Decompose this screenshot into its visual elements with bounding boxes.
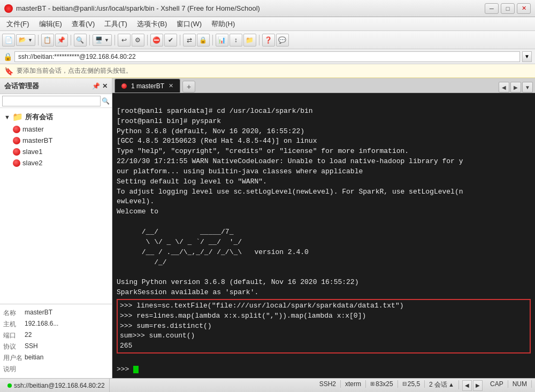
info-row-name: 名称 masterBT [3, 308, 109, 319]
sidebar-header-icons: 📌 ✕ [92, 82, 108, 90]
info-label-port: 端口 [3, 331, 25, 340]
toolbar-sep6 [180, 35, 180, 45]
toolbar-btn7[interactable]: 📊 [216, 34, 228, 47]
tab-navigation: ◀ ▶ ▼ [499, 82, 533, 93]
info-value-user: beitian [25, 353, 43, 363]
window-title: masterBT - beitian@panli:/usr/local/spar… [16, 4, 485, 12]
tab-label: 1 masterBT [131, 82, 164, 90]
tree-root-item[interactable]: ▼ 📁 所有会话 [0, 110, 112, 124]
server-dot-masterbt [13, 137, 20, 144]
info-label-desc: 说明 [3, 365, 25, 374]
menu-tabs[interactable]: 选项卡(B) [133, 18, 171, 30]
tab-next-button[interactable]: ▶ [510, 82, 521, 93]
status-next-arrow[interactable]: ▶ [473, 380, 483, 391]
toolbar-btn5[interactable]: ⇄ [183, 34, 196, 47]
info-row-port: 端口 22 [3, 330, 109, 341]
status-sessions-text: 2 会话 [429, 380, 447, 389]
tab-close-icon[interactable]: ✕ [169, 82, 173, 89]
status-terminal: xterm [341, 380, 366, 388]
address-input[interactable] [14, 51, 520, 62]
toolbar-search[interactable]: 🔍 [74, 34, 87, 47]
server-dot-slave1 [13, 148, 20, 156]
toolbar-copy[interactable]: 📋 [41, 34, 54, 47]
info-value-port: 22 [25, 331, 32, 340]
window-controls: ─ □ ✕ [485, 3, 531, 14]
terminal-area: 1 masterBT ✕ + ◀ ▶ ▼ [root@panli sparkda… [112, 78, 535, 378]
session-item-master[interactable]: master [0, 124, 112, 135]
session-item-masterbt[interactable]: masterBT [0, 135, 112, 146]
menu-file[interactable]: 文件(F) [2, 18, 34, 30]
root-label: 所有会话 [25, 112, 53, 122]
menu-tools[interactable]: 工具(T) [100, 18, 132, 30]
highlighted-block: >>> lines=sc.textFile("file:///usr/local… [117, 299, 531, 353]
toolbar-btn1[interactable]: ↩ [118, 34, 131, 47]
info-label-protocol: 协议 [3, 342, 25, 351]
session-item-slave2[interactable]: slave2 [0, 157, 112, 168]
toolbar-connect[interactable]: 🖥️ ▼ [93, 34, 112, 46]
menu-help[interactable]: 帮助(H) [207, 18, 239, 30]
search-input[interactable] [2, 96, 101, 106]
status-position: ⊟ 25,5 [398, 380, 425, 388]
session-label-master: master [22, 125, 44, 133]
maximize-button[interactable]: □ [501, 3, 515, 14]
status-connection: ssh://beitian@192.168.64.80:22 [3, 379, 110, 392]
toolbar-open[interactable]: 📂 ▼ [16, 34, 35, 46]
menu-bar: 文件(F) 编辑(E) 查看(V) 工具(T) 选项卡(B) 窗口(W) 帮助(… [0, 17, 535, 31]
info-value-host: 192.168.6... [25, 320, 58, 329]
sidebar: 会话管理器 📌 ✕ 🔍 ▼ 📁 所有会话 master masterBT [0, 78, 112, 378]
status-caps: CAP [486, 380, 508, 388]
address-dropdown[interactable]: ▼ [522, 51, 532, 62]
minimize-button[interactable]: ─ [485, 3, 499, 14]
info-value-protocol: SSH [25, 342, 38, 351]
terminal[interactable]: [root@panli sparkdata]# cd /usr/local/sp… [112, 93, 535, 378]
info-row-protocol: 协议 SSH [3, 341, 109, 352]
status-prev-arrow[interactable]: ◀ [462, 380, 472, 391]
session-tree: ▼ 📁 所有会话 master masterBT slave1 slave2 [0, 108, 112, 304]
info-label-name: 名称 [3, 309, 25, 318]
menu-view[interactable]: 查看(V) [67, 18, 99, 30]
toolbar-btn11[interactable]: 💬 [276, 34, 289, 47]
toolbar-btn10[interactable]: ❓ [262, 34, 275, 47]
info-label-host: 主机 [3, 320, 25, 329]
sidebar-info: 名称 masterBT 主机 192.168.6... 端口 22 协议 SSH… [0, 304, 112, 378]
sidebar-search: 🔍 [0, 94, 112, 108]
toolbar-btn8[interactable]: ↕ [230, 34, 242, 47]
toolbar-paste[interactable]: 📌 [55, 34, 68, 47]
toolbar-sep5 [147, 35, 148, 45]
info-row-desc: 说明 [3, 364, 109, 375]
toolbar-sep4 [114, 35, 115, 45]
status-nav-arrows: ◀ ▶ [459, 380, 486, 391]
status-sessions: 2 会话 ▲ [425, 380, 459, 389]
toolbar-btn9[interactable]: 📁 [243, 34, 256, 47]
toolbar-sep7 [212, 35, 213, 45]
toolbar-btn4[interactable]: ✔ [164, 34, 177, 47]
close-sidebar-icon[interactable]: ✕ [102, 82, 108, 90]
search-icon: 🔍 [102, 97, 110, 105]
expand-icon: ▼ [4, 114, 10, 120]
toolbar-sep8 [259, 35, 259, 45]
close-button[interactable]: ✕ [517, 3, 531, 14]
toolbar-btn2[interactable]: ⚙ [132, 34, 144, 47]
menu-edit[interactable]: 编辑(E) [35, 18, 66, 30]
session-item-slave1[interactable]: slave1 [0, 146, 112, 157]
tab-menu-button[interactable]: ▼ [522, 82, 533, 93]
info-label-user: 用户名 [3, 353, 25, 363]
status-size: ⊞ 83x25 [366, 380, 398, 388]
tab-masterbt[interactable]: 1 masterBT ✕ [114, 79, 180, 93]
toolbar-btn3[interactable]: ⛔ [150, 34, 163, 47]
toolbar-btn6[interactable]: 🔒 [197, 34, 210, 47]
status-connection-text: ssh://beitian@192.168.64.80:22 [14, 382, 105, 389]
pin-icon[interactable]: 📌 [92, 82, 100, 90]
term-prompt: >>> [117, 365, 139, 373]
tab-prev-button[interactable]: ◀ [499, 82, 509, 93]
sidebar-header: 会话管理器 📌 ✕ [0, 78, 112, 94]
folder-icon: 📁 [12, 112, 23, 122]
toolbar-new[interactable]: 📄 [2, 34, 15, 47]
toolbar-sep3 [89, 35, 90, 45]
status-caps-text: CAP [490, 380, 503, 388]
status-right: SSH2 xterm ⊞ 83x25 ⊟ 25,5 2 会话 ▲ ◀ ▶ CAP… [315, 380, 532, 391]
tab-add-button[interactable]: + [182, 81, 195, 93]
lock-icon: 🔒 [3, 52, 12, 61]
app-icon [4, 4, 13, 13]
menu-window[interactable]: 窗口(W) [172, 18, 206, 30]
